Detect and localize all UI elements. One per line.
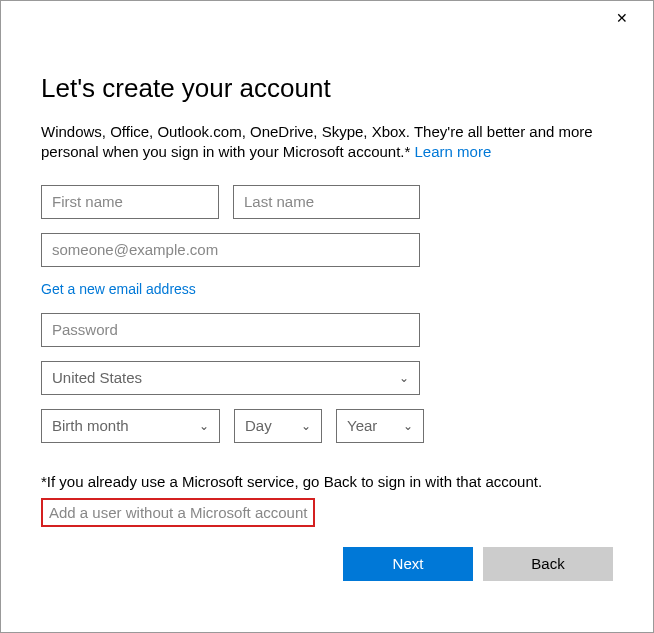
add-user-without-ms-link[interactable]: Add a user without a Microsoft account bbox=[49, 504, 307, 521]
learn-more-link[interactable]: Learn more bbox=[415, 143, 492, 160]
password-input[interactable] bbox=[41, 313, 420, 347]
footnote: *If you already use a Microsoft service,… bbox=[41, 473, 613, 490]
birth-year-select[interactable]: Year ⌄ bbox=[336, 409, 424, 443]
description: Windows, Office, Outlook.com, OneDrive, … bbox=[41, 122, 613, 163]
chevron-down-icon: ⌄ bbox=[399, 371, 409, 385]
chevron-down-icon: ⌄ bbox=[301, 419, 311, 433]
birth-month-select[interactable]: Birth month ⌄ bbox=[41, 409, 220, 443]
email-input[interactable] bbox=[41, 233, 420, 267]
title-bar: ✕ bbox=[1, 1, 653, 35]
next-button[interactable]: Next bbox=[343, 547, 473, 581]
birth-year-label: Year bbox=[347, 417, 377, 434]
add-user-highlight: Add a user without a Microsoft account bbox=[41, 498, 315, 527]
page-title: Let's create your account bbox=[41, 73, 613, 104]
birth-month-label: Birth month bbox=[52, 417, 129, 434]
dialog-content: Let's create your account Windows, Offic… bbox=[1, 35, 653, 581]
country-select[interactable]: United States ⌄ bbox=[41, 361, 420, 395]
birth-day-label: Day bbox=[245, 417, 272, 434]
close-icon[interactable]: ✕ bbox=[607, 3, 637, 33]
country-value: United States bbox=[52, 369, 142, 386]
new-email-link[interactable]: Get a new email address bbox=[41, 281, 196, 297]
last-name-input[interactable] bbox=[233, 185, 420, 219]
chevron-down-icon: ⌄ bbox=[199, 419, 209, 433]
first-name-input[interactable] bbox=[41, 185, 219, 219]
chevron-down-icon: ⌄ bbox=[403, 419, 413, 433]
description-text: Windows, Office, Outlook.com, OneDrive, … bbox=[41, 123, 593, 160]
back-button[interactable]: Back bbox=[483, 547, 613, 581]
birth-day-select[interactable]: Day ⌄ bbox=[234, 409, 322, 443]
